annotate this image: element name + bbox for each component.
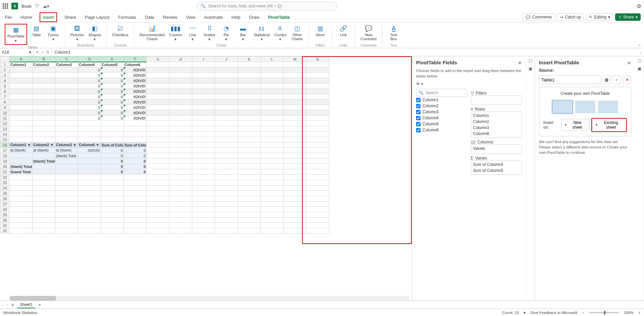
col-header-J[interactable]: J (215, 57, 238, 62)
col-header-M[interactable]: M (284, 57, 306, 62)
col-header-K[interactable]: K (238, 57, 261, 62)
line-chart-button[interactable]: 〰Line▾ (185, 24, 200, 42)
close-insert-pane[interactable]: ✕ (627, 60, 631, 66)
close-pane-button[interactable]: ✕ (518, 60, 522, 66)
col-header-G[interactable]: G (147, 57, 169, 62)
col-header-E[interactable]: E (101, 57, 124, 62)
chevron-down-icon[interactable]: ▾ (421, 81, 423, 86)
catchup-button[interactable]: ↝Catch up (557, 13, 584, 21)
scatter-chart-button[interactable]: ⠿Scatter▾ (202, 24, 217, 42)
recommended-charts-button[interactable]: 📊Recommended Charts (138, 24, 166, 42)
formula-input[interactable]: Column1 (52, 48, 637, 56)
cancel-source-button[interactable]: ✕ (623, 75, 631, 84)
tab-help[interactable]: Help (230, 13, 242, 21)
tab-draw[interactable]: Draw (248, 13, 261, 21)
columns-area[interactable]: Values (471, 144, 522, 154)
pictures-button[interactable]: 🖼Pictures▾ (69, 24, 85, 42)
zoom-slider[interactable] (589, 312, 619, 313)
app-launcher-icon[interactable] (3, 3, 8, 9)
new-comment-button[interactable]: 💬New Comment (359, 24, 378, 42)
share-button[interactable]: ⇪Share▾ (615, 13, 641, 21)
field-item[interactable]: Column3 (416, 109, 467, 115)
comments-button[interactable]: 💬Comments (523, 13, 555, 21)
col-header-D[interactable]: D (78, 57, 101, 62)
add-sheet-button[interactable]: + (39, 303, 41, 307)
field-checkbox[interactable] (416, 128, 420, 132)
tab-share[interactable]: Share (63, 13, 78, 21)
table-button[interactable]: ▤Table (29, 24, 44, 45)
field-search[interactable]: 🔍 Search (416, 89, 467, 97)
all-sheets-button[interactable]: ≡ (11, 303, 14, 307)
panel-icon-3[interactable]: ▢ (638, 58, 641, 63)
feedback-link[interactable]: Give Feedback to Microsoft (530, 311, 577, 315)
zoom-out-button[interactable]: − (582, 311, 584, 315)
panel-icon-2[interactable]: ▣ (529, 66, 532, 71)
col-header-L[interactable]: L (261, 57, 284, 62)
fx-icon[interactable]: fx (46, 50, 49, 55)
values-area[interactable]: Sum of Column4Sum of Column5 (471, 161, 522, 175)
column-chart-button[interactable]: ▮▮▮Column▾ (168, 24, 183, 42)
sheet-tab-sheet1[interactable]: Sheet1 (17, 302, 35, 308)
cancel-formula-icon[interactable]: ✕ (36, 50, 39, 55)
col-header-F[interactable]: F (124, 57, 147, 62)
gear-icon[interactable]: ⚙ (416, 81, 420, 86)
field-checkbox[interactable] (416, 122, 420, 126)
col-header-C[interactable]: C (55, 57, 78, 62)
accept-formula-icon[interactable]: ✓ (41, 50, 44, 55)
area-item[interactable]: Column6 (473, 131, 520, 136)
pie-chart-button[interactable]: ◔Pie▾ (219, 24, 234, 42)
source-input[interactable] (539, 75, 600, 84)
template-option-3[interactable] (598, 101, 618, 113)
area-item[interactable]: Sum of Column4 (473, 162, 520, 167)
other-charts-button[interactable]: ◫Other Charts (290, 24, 304, 42)
template-option-1[interactable] (552, 101, 573, 113)
area-item[interactable]: Column2 (473, 119, 520, 124)
col-header-A[interactable]: A (10, 57, 33, 62)
spreadsheet-grid[interactable]: ABCDEFGHIJKLMN1Column1Column2Column3Colu… (0, 56, 412, 301)
col-header-N[interactable]: N (306, 57, 329, 62)
tab-review[interactable]: Review (162, 13, 179, 21)
existing-sheet-button[interactable]: +Existing sheet (592, 119, 626, 131)
area-item[interactable]: Sum of Column5 (473, 168, 520, 173)
rows-area[interactable]: Column1Column2Column3Column6 (471, 112, 522, 138)
col-header-I[interactable]: I (192, 57, 215, 62)
tab-home[interactable]: Home (19, 13, 34, 21)
new-sheet-button[interactable]: +New sheet (561, 119, 589, 131)
editing-mode-button[interactable]: ✎Editing▾ (586, 13, 613, 21)
name-box[interactable]: A16▾ (0, 48, 34, 56)
prev-sheet-button[interactable]: ‹ (2, 303, 3, 307)
tab-view[interactable]: View (185, 13, 197, 21)
field-item[interactable]: Column5 (416, 121, 467, 127)
field-checkbox[interactable] (416, 104, 420, 108)
document-name[interactable]: Book (21, 4, 32, 9)
pivottable-button[interactable]: ▦PivotTable▾ (6, 25, 26, 44)
col-header-H[interactable]: H (169, 57, 192, 62)
tab-insert[interactable]: Insert (40, 12, 57, 22)
field-checkbox[interactable] (416, 98, 420, 102)
combo-chart-button[interactable]: ⩚Combo▾ (273, 24, 288, 42)
search-box[interactable]: 🔍 Search for tools, help, and more (Alt … (196, 2, 337, 10)
area-item[interactable]: Column1 (473, 113, 520, 118)
tab-data[interactable]: Data (144, 13, 155, 21)
area-item[interactable]: Values (473, 146, 520, 151)
field-item[interactable]: Column2 (416, 103, 467, 109)
formula-bar-expand[interactable]: ⌄ (637, 48, 644, 56)
field-checkbox[interactable] (416, 116, 420, 120)
tab-file[interactable]: File (3, 13, 13, 21)
tab-automate[interactable]: Automate (203, 13, 224, 21)
autosave-cloud-icon[interactable]: ☁︎▾ (43, 4, 49, 9)
chevron-down-icon[interactable]: ▾ (524, 310, 526, 315)
tab-formulas[interactable]: Formulas (117, 13, 138, 21)
field-item[interactable]: Column6 (416, 127, 467, 133)
bar-chart-button[interactable]: ▬Bar▾ (236, 24, 250, 42)
confirm-source-button[interactable]: ✓ (613, 75, 621, 84)
settings-button[interactable]: ⚙ (628, 3, 641, 9)
shapes-button[interactable]: ◧Shapes▾ (87, 24, 102, 42)
textbox-button[interactable]: A̲Text Box (386, 24, 401, 42)
statistical-chart-button[interactable]: ⫿⫿Statistical▾ (252, 24, 271, 42)
tab-pivottable[interactable]: PivotTable (267, 13, 291, 21)
ribbon-collapse-button[interactable]: ⌄ (638, 42, 641, 47)
slicer-button[interactable]: ▥Slicer (313, 24, 328, 38)
area-item[interactable]: Column3 (473, 125, 520, 130)
select-range-button[interactable]: ▦ (602, 75, 611, 84)
